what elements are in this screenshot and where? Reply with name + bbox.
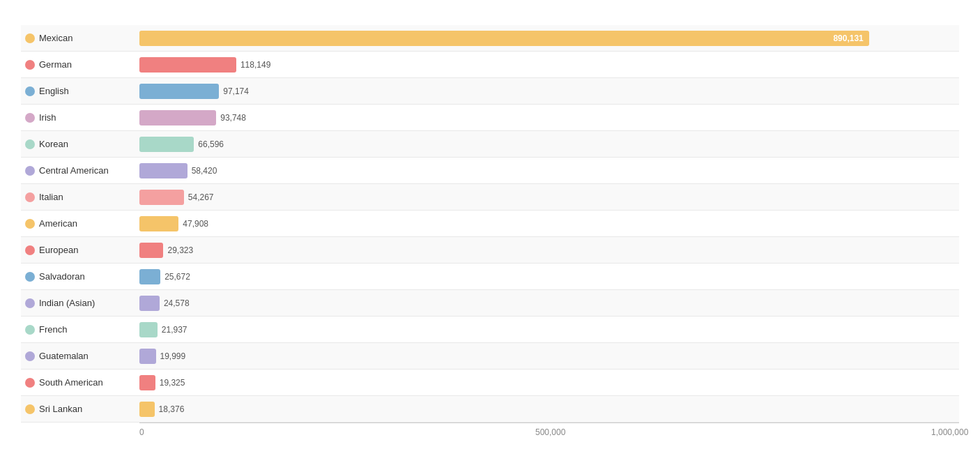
bar-label: European xyxy=(21,245,139,255)
bar xyxy=(139,110,216,125)
color-dot xyxy=(25,298,35,308)
bar-row: Salvadoran25,672 xyxy=(21,264,959,290)
bar-label: Korean xyxy=(21,139,139,149)
bar-value: 47,908 xyxy=(183,219,208,229)
bar-label: English xyxy=(21,86,139,96)
bar-value: 19,325 xyxy=(160,378,185,388)
bar-row: Mexican890,131 xyxy=(21,25,959,52)
bar-label: Irish xyxy=(21,112,139,123)
bar-value: 24,578 xyxy=(164,298,190,308)
x-axis-tick: 1,000,000 xyxy=(931,427,968,437)
bar xyxy=(139,402,155,417)
bar-value: 54,267 xyxy=(188,192,214,202)
bar xyxy=(139,322,158,337)
bar-value: 118,149 xyxy=(240,60,270,70)
bar-row: European29,323 xyxy=(21,237,959,264)
color-dot xyxy=(25,166,35,176)
bar xyxy=(139,296,160,311)
bar-row: American47,908 xyxy=(21,211,959,237)
bar-value: 25,672 xyxy=(164,272,190,282)
bar-value: 93,748 xyxy=(220,113,246,123)
bar-label: German xyxy=(21,59,139,70)
color-dot xyxy=(25,325,35,335)
color-dot xyxy=(25,272,35,282)
bar-label: Sri Lankan xyxy=(21,404,139,414)
x-axis-tick: 0 xyxy=(139,427,144,437)
bar-value: 66,596 xyxy=(198,139,224,149)
bar xyxy=(139,190,184,205)
bar-row: Sri Lankan18,376 xyxy=(21,396,959,423)
bar-row: French21,937 xyxy=(21,317,959,343)
color-dot xyxy=(25,113,35,123)
chart-area: Mexican890,131German118,149English97,174… xyxy=(21,25,959,423)
bar: 890,131 xyxy=(139,31,869,46)
bar xyxy=(139,269,160,284)
bar-label: Mexican xyxy=(21,33,139,43)
bar-label: Italian xyxy=(21,192,139,202)
bar-row: Irish93,748 xyxy=(21,105,959,131)
bar-label: American xyxy=(21,218,139,229)
bar-value: 29,323 xyxy=(167,245,193,255)
bar-row: Indian (Asian)24,578 xyxy=(21,290,959,317)
color-dot xyxy=(25,245,35,255)
color-dot xyxy=(25,33,35,43)
color-dot xyxy=(25,139,35,149)
bar-label: Indian (Asian) xyxy=(21,298,139,308)
color-dot xyxy=(25,86,35,96)
bar xyxy=(139,163,187,178)
bar-row: Guatemalan19,999 xyxy=(21,343,959,370)
bar-value: 19,999 xyxy=(160,351,186,361)
bar-value: 58,420 xyxy=(192,166,217,176)
color-dot xyxy=(25,404,35,414)
bar-label: Salvadoran xyxy=(21,271,139,282)
color-dot xyxy=(25,192,35,202)
bar-label: Central American xyxy=(21,165,139,176)
x-axis-tick: 500,000 xyxy=(535,427,565,437)
bar xyxy=(139,137,194,152)
bar xyxy=(139,375,155,390)
bar xyxy=(139,57,236,73)
bar-value: 890,131 xyxy=(833,33,863,43)
bar-value: 21,937 xyxy=(162,325,187,335)
bar-value: 97,174 xyxy=(223,86,249,96)
bar-row: English97,174 xyxy=(21,78,959,105)
color-dot xyxy=(25,219,35,229)
bar-row: Korean66,596 xyxy=(21,131,959,158)
bar-label: South American xyxy=(21,377,139,388)
bar-label: Guatemalan xyxy=(21,351,139,361)
color-dot xyxy=(25,60,35,70)
color-dot xyxy=(25,378,35,388)
bar-row: Central American58,420 xyxy=(21,158,959,184)
bar xyxy=(139,349,156,364)
bar-label: French xyxy=(21,324,139,335)
bar-value: 18,376 xyxy=(159,404,185,414)
bar-row: South American19,325 xyxy=(21,370,959,396)
bar xyxy=(139,243,163,258)
bar xyxy=(139,216,178,231)
bar-row: German118,149 xyxy=(21,52,959,78)
color-dot xyxy=(25,351,35,361)
bar xyxy=(139,84,219,99)
bar-row: Italian54,267 xyxy=(21,184,959,211)
